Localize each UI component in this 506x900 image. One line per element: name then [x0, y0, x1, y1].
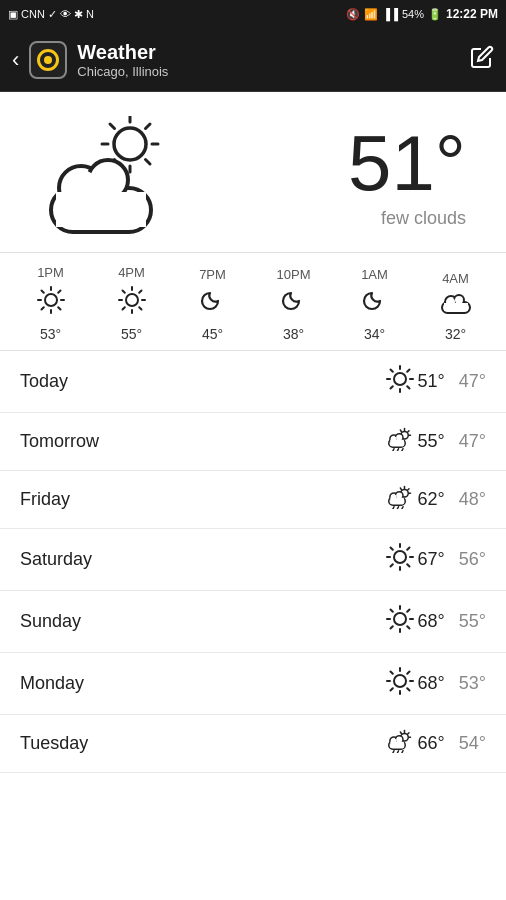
hourly-temp: 32°: [445, 326, 466, 342]
svg-line-99: [407, 688, 409, 690]
daily-day: Today: [20, 371, 382, 392]
edit-button[interactable]: [470, 45, 494, 74]
svg-line-49: [407, 431, 409, 433]
wifi-icon: 📶: [364, 8, 378, 21]
svg-line-4: [110, 124, 115, 129]
daily-weather-icon: [382, 543, 418, 576]
daily-weather-icon: [382, 667, 418, 700]
svg-line-5: [146, 124, 151, 129]
svg-line-75: [401, 507, 403, 509]
top-bar: ‹ Weather Chicago, Illinois: [0, 28, 506, 92]
current-weather-section: 51° few clouds: [0, 92, 506, 252]
daily-low: 55°: [459, 611, 486, 632]
hourly-weather-icon: [118, 286, 146, 320]
daily-temps: 62° 48°: [418, 489, 486, 510]
svg-point-58: [396, 435, 401, 440]
svg-line-60: [397, 449, 399, 451]
daily-day: Tuesday: [20, 733, 382, 754]
daily-temps: 66° 54°: [418, 733, 486, 754]
app-icon-circle: [37, 49, 59, 71]
svg-line-115: [397, 751, 399, 753]
svg-point-8: [114, 128, 146, 160]
svg-line-74: [397, 507, 399, 509]
daily-low: 47°: [459, 431, 486, 452]
svg-line-28: [122, 291, 124, 293]
svg-line-30: [139, 291, 141, 293]
daily-weather-icon: [382, 605, 418, 638]
svg-point-23: [45, 294, 57, 306]
daily-temps: 51° 47°: [418, 371, 486, 392]
app-title-group: Weather Chicago, Illinois: [77, 41, 168, 79]
daily-section: Today 51° 47° Tomorrow: [0, 351, 506, 773]
daily-high: 62°: [418, 489, 445, 510]
svg-line-104: [407, 733, 409, 735]
svg-line-65: [400, 488, 401, 490]
hourly-temp: 53°: [40, 326, 61, 342]
hourly-weather-icon: [281, 288, 307, 320]
hourly-time: 4PM: [118, 265, 145, 280]
hourly-item: 1PM 53°: [21, 265, 81, 342]
svg-line-116: [401, 751, 403, 753]
daily-row: Saturday 67° 56°: [0, 529, 506, 591]
top-bar-left: ‹ Weather Chicago, Illinois: [12, 41, 168, 79]
daily-weather-icon: [382, 729, 418, 758]
svg-point-57: [391, 436, 396, 441]
svg-point-113: [396, 737, 401, 742]
hourly-weather-icon: [441, 292, 471, 320]
back-button[interactable]: ‹: [12, 47, 19, 73]
daily-day: Tomorrow: [20, 431, 382, 452]
daily-day: Sunday: [20, 611, 382, 632]
hourly-time: 1PM: [37, 265, 64, 280]
hourly-row: 1PM 53° 4PM 55° 7PM 45° 10PM 38: [0, 265, 506, 342]
notification-icons: ▣ CNN ✓ 👁 ✱ N: [8, 8, 94, 21]
status-bar: ▣ CNN ✓ 👁 ✱ N 🔇 📶 ▐▐ 54% 🔋 12:22 PM: [0, 0, 506, 28]
svg-rect-36: [444, 303, 468, 311]
svg-line-43: [390, 370, 392, 372]
status-left: ▣ CNN ✓ 👁 ✱ N: [8, 8, 94, 21]
svg-point-32: [126, 294, 138, 306]
daily-weather-icon: [382, 365, 418, 398]
hourly-temp: 34°: [364, 326, 385, 342]
svg-line-90: [407, 626, 409, 628]
svg-line-98: [390, 672, 392, 674]
daily-high: 51°: [418, 371, 445, 392]
app-icon: [29, 41, 67, 79]
daily-day: Saturday: [20, 549, 382, 570]
svg-line-101: [390, 688, 392, 690]
daily-low: 56°: [459, 549, 486, 570]
svg-line-31: [122, 307, 124, 309]
svg-line-21: [58, 291, 60, 293]
daily-high: 66°: [418, 733, 445, 754]
daily-temps: 68° 55°: [418, 611, 486, 632]
battery-text: 54%: [402, 8, 424, 20]
daily-low: 48°: [459, 489, 486, 510]
clock: 12:22 PM: [446, 7, 498, 21]
svg-point-38: [456, 297, 462, 303]
svg-point-71: [391, 494, 396, 499]
hourly-section: 1PM 53° 4PM 55° 7PM 45° 10PM 38: [0, 252, 506, 351]
hourly-item: 4AM 32°: [426, 271, 486, 342]
daily-row: Today 51° 47°: [0, 351, 506, 413]
hourly-item: 4PM 55°: [102, 265, 162, 342]
svg-line-81: [407, 564, 409, 566]
svg-line-20: [58, 307, 60, 309]
svg-line-19: [41, 291, 43, 293]
daily-low: 47°: [459, 371, 486, 392]
daily-weather-icon: [382, 427, 418, 456]
svg-line-7: [146, 160, 151, 165]
svg-line-106: [400, 732, 401, 734]
svg-point-93: [394, 613, 406, 625]
svg-point-14: [92, 164, 124, 196]
hourly-weather-icon: [200, 288, 226, 320]
svg-point-72: [396, 493, 401, 498]
svg-line-61: [401, 449, 403, 451]
svg-line-89: [390, 610, 392, 612]
daily-high: 55°: [418, 431, 445, 452]
hourly-temp: 38°: [283, 326, 304, 342]
daily-row: Tomorrow 55° 47°: [0, 413, 506, 471]
svg-line-44: [407, 386, 409, 388]
daily-low: 53°: [459, 673, 486, 694]
current-weather-icon: [30, 116, 190, 236]
daily-weather-icon: [382, 485, 418, 514]
volume-icon: 🔇: [346, 8, 360, 21]
